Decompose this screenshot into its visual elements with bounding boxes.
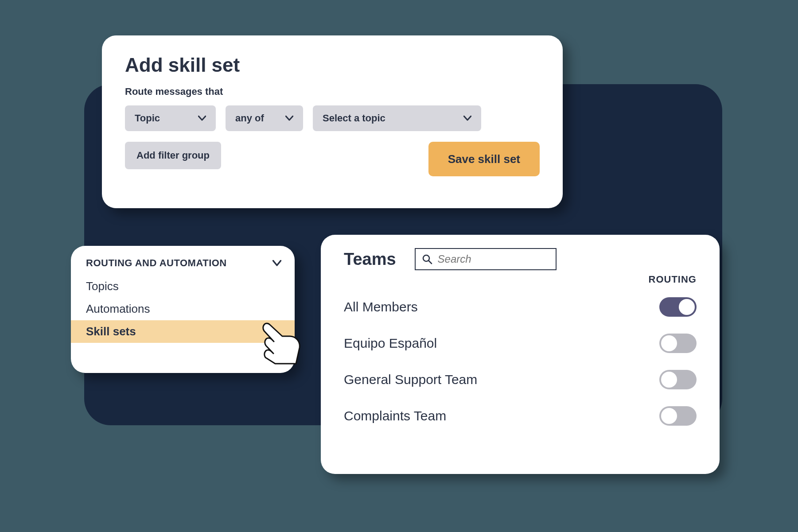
select-match-field[interactable]: any of [226,105,303,131]
team-row: Complaints Team [344,398,697,434]
team-list: All Members Equipo Español General Suppo… [344,289,697,434]
team-row: Equipo Español [344,325,697,361]
search-input[interactable] [438,253,549,265]
search-input-wrapper[interactable] [415,248,557,270]
teams-title: Teams [344,250,396,269]
chevron-down-icon [272,260,281,266]
team-name: Complaints Team [344,408,446,423]
routing-column-label: ROUTING [344,274,697,285]
svg-line-1 [428,261,432,264]
pointer-cursor-icon [246,316,304,365]
toggle-knob [661,408,677,424]
add-filter-group-button[interactable]: Add filter group [125,142,221,169]
routing-toggle[interactable] [659,406,697,426]
card-title: Add skill set [125,54,540,76]
card-subtitle: Route messages that [125,86,540,97]
search-icon [422,254,432,264]
select-match-label: any of [235,113,264,124]
team-name: Equipo Español [344,336,437,351]
routing-toggle[interactable] [659,370,697,389]
toggle-knob [661,372,677,388]
team-name: General Support Team [344,372,477,387]
select-value-field[interactable]: Select a topic [313,105,481,131]
select-value-label: Select a topic [323,113,385,124]
toggle-knob [661,335,677,351]
sidebar-section-title: ROUTING AND AUTOMATION [86,257,227,269]
add-skill-set-card: Add skill set Route messages that Topic … [102,35,563,208]
sidebar-item-skill-sets[interactable]: Skill sets [71,320,295,343]
sidebar-section-header[interactable]: ROUTING AND AUTOMATION [71,257,295,275]
sidebar-item-label: Skill sets [86,325,136,338]
teams-header: Teams [344,248,697,270]
select-topic-field[interactable]: Topic [125,105,216,131]
save-skill-set-button[interactable]: Save skill set [428,142,540,176]
chevron-down-icon [198,116,206,121]
sidebar-item-topics[interactable]: Topics [71,275,295,298]
sidebar-card: ROUTING AND AUTOMATION Topics Automation… [71,246,295,373]
teams-card: Teams ROUTING All Members Equipo Español… [321,235,720,474]
team-row: All Members [344,289,697,325]
toggle-knob [679,299,695,315]
select-topic-label: Topic [135,113,160,124]
chevron-down-icon [463,116,471,121]
team-name: All Members [344,299,418,315]
chevron-down-icon [285,116,293,121]
filter-row: Topic any of Select a topic [125,105,540,131]
actions-row: Add filter group Save skill set [125,142,540,176]
routing-toggle[interactable] [659,334,697,353]
routing-toggle[interactable] [659,297,697,317]
team-row: General Support Team [344,361,697,398]
